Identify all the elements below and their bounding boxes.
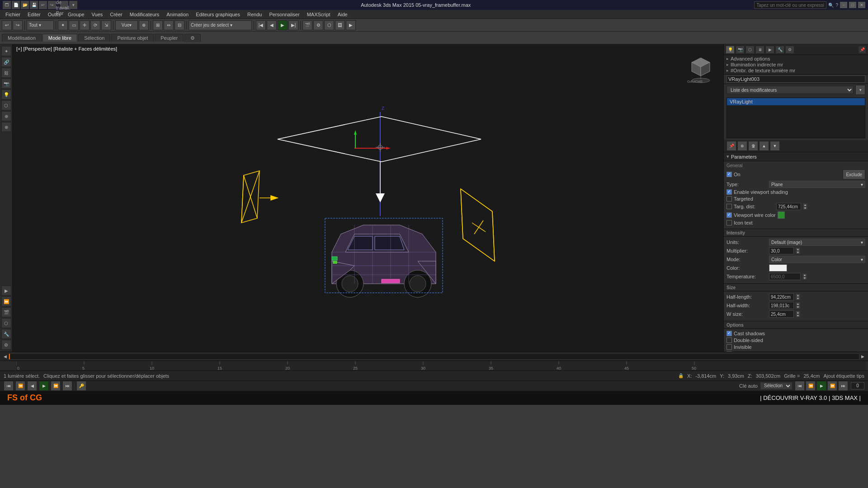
viewport-nav-cube[interactable]: GAUCHE	[683, 49, 719, 85]
help-icon[interactable]: ?	[835, 3, 838, 8]
type-dropdown[interactable]: Plane ▾	[769, 181, 865, 188]
lt-select[interactable]: ✦	[1, 46, 11, 56]
multiplier-value[interactable]: 30,0	[769, 247, 794, 254]
stack-pin-btn[interactable]: 📌	[726, 141, 736, 151]
frame-input[interactable]	[851, 382, 864, 389]
ws-up[interactable]: ▲	[796, 311, 800, 314]
lt-anim[interactable]: ▶	[1, 286, 11, 296]
lt-helpers[interactable]: ⊕	[1, 111, 11, 121]
window-controls[interactable]: − □ ✕	[840, 2, 865, 8]
stack-down-btn[interactable]: ▼	[770, 141, 780, 151]
hw-up[interactable]: ▲	[796, 302, 800, 305]
tab-selection[interactable]: Sélection	[78, 34, 110, 42]
lt-anim2[interactable]: ⏩	[1, 296, 11, 306]
timeline-right-arrow[interactable]: ▶	[861, 354, 864, 359]
double-sided-cb[interactable]	[726, 338, 732, 343]
half-length-value[interactable]: 94,226cm	[769, 293, 794, 300]
hw-down[interactable]: ▼	[796, 305, 800, 309]
pb-btn3[interactable]: ▶	[816, 381, 826, 391]
lt-camera[interactable]: 📷	[1, 79, 11, 89]
wire-color-cb[interactable]	[726, 212, 732, 218]
timeline-left-arrow[interactable]: ◀	[4, 354, 7, 359]
minimize-btn[interactable]: −	[840, 2, 847, 8]
rp-icon-extra[interactable]: ⚙	[785, 46, 794, 54]
undo-tb-icon[interactable]: ↩	[39, 1, 47, 9]
light-name-input[interactable]	[726, 75, 865, 83]
invisible-cb[interactable]	[726, 344, 732, 350]
select-region-btn[interactable]: ▭	[69, 20, 79, 30]
select-btn[interactable]: ✦	[58, 20, 68, 30]
play-prev-btn[interactable]: ◀	[27, 381, 37, 391]
key-mode-btn[interactable]: |◀	[256, 20, 266, 30]
rp-icon-light[interactable]: 💡	[726, 46, 735, 54]
targ-dist-cb[interactable]	[726, 204, 732, 209]
targ-dist-up[interactable]: ▲	[803, 203, 807, 206]
menu-modificateurs[interactable]: Modificateurs	[126, 11, 163, 18]
ws-down[interactable]: ▼	[796, 314, 800, 317]
render-frame-btn[interactable]: 🖼	[335, 20, 345, 30]
on-checkbox[interactable]	[726, 172, 732, 177]
pivot-btn[interactable]: ⊕	[139, 20, 149, 30]
lt-material[interactable]: ⬡	[1, 318, 11, 328]
toolbar-undo[interactable]: ↩	[2, 20, 12, 30]
temp-up[interactable]: ▲	[802, 273, 807, 277]
play-prev-key-btn[interactable]: ⏪	[15, 381, 25, 391]
temp-down[interactable]: ▼	[802, 277, 807, 280]
menu-outils[interactable]: Outils	[44, 11, 64, 18]
modifier-item-vraylight[interactable]: VRayLight	[727, 98, 865, 105]
stack-unique-btn[interactable]: ⊕	[737, 141, 747, 151]
mode-dropdown[interactable]: Color ▾	[769, 256, 865, 263]
search-input[interactable]	[754, 1, 826, 9]
targ-dist-down[interactable]: ▼	[803, 206, 807, 210]
tab-settings[interactable]: ⚙	[184, 34, 201, 42]
lt-light[interactable]: 💡	[1, 89, 11, 99]
next-frame-btn[interactable]: ▶|	[288, 20, 298, 30]
pb-btn4[interactable]: ⏩	[827, 381, 837, 391]
menu-aide[interactable]: Aide	[334, 11, 351, 18]
reference-coord[interactable]: Vue▾	[115, 20, 138, 30]
workspace-dropdown[interactable]: ▾	[69, 1, 77, 9]
icon-text-cb[interactable]	[726, 220, 732, 225]
lt-settings[interactable]: ⚙	[1, 340, 11, 350]
lt-render[interactable]: 🎬	[1, 307, 11, 317]
rp-icon-motion[interactable]: ▶	[765, 46, 774, 54]
pb-btn1[interactable]: ⏮	[795, 381, 805, 391]
menu-editer[interactable]: Editer	[24, 11, 44, 18]
align-btn[interactable]: ⊟	[175, 20, 184, 30]
wire-color-swatch[interactable]	[778, 211, 785, 219]
tab-modelisation[interactable]: Modélisation	[2, 34, 42, 42]
open-icon[interactable]: 📂	[21, 1, 29, 9]
hl-down[interactable]: ▼	[796, 297, 800, 300]
select-layer-btn[interactable]: ⊞	[153, 20, 163, 30]
search-icon[interactable]: 🔍	[828, 3, 834, 8]
tab-peinture[interactable]: Peinture objet	[111, 34, 154, 42]
toolbar-redo[interactable]: ↪	[13, 20, 23, 30]
rp-pin-btn[interactable]: 📌	[858, 46, 866, 54]
menu-animation[interactable]: Animation	[163, 11, 192, 18]
rp-icon-camera[interactable]: 📷	[736, 46, 745, 54]
move-btn[interactable]: ✛	[80, 20, 90, 30]
material-editor-btn[interactable]: ⬡	[324, 20, 334, 30]
menu-editeurs[interactable]: Editeurs graphiques	[192, 11, 244, 18]
mult-down[interactable]: ▼	[796, 251, 800, 254]
temperature-value[interactable]: 6500,0	[769, 273, 801, 280]
lt-link[interactable]: 🔗	[1, 57, 11, 67]
play-first-btn[interactable]: ⏮	[4, 381, 14, 391]
quick-render-btn[interactable]: ▶	[346, 20, 356, 30]
exclude-btn[interactable]: Exclude	[843, 169, 865, 179]
render-setup-btn[interactable]: ⚙	[313, 20, 323, 30]
render-btn[interactable]: 🎬	[302, 20, 312, 30]
play-next-btn[interactable]: ⏩	[51, 381, 61, 391]
units-dropdown[interactable]: Default (image) ▾	[769, 239, 865, 246]
maximize-btn[interactable]: □	[849, 2, 856, 8]
mult-up[interactable]: ▲	[796, 248, 800, 251]
modifier-list-select[interactable]: Liste des modificateurs	[726, 86, 854, 94]
prev-frame-btn[interactable]: ◀	[267, 20, 277, 30]
stack-up-btn[interactable]: ▲	[759, 141, 769, 151]
menu-maxscript[interactable]: MAXScript	[303, 11, 334, 18]
tab-peupler[interactable]: Peupler	[155, 34, 184, 42]
rp-icon-util[interactable]: 🔧	[775, 46, 784, 54]
modifier-add-btn[interactable]: ▾	[855, 85, 865, 95]
lt-tools[interactable]: 🔧	[1, 329, 11, 339]
new-icon[interactable]: 📄	[12, 1, 20, 9]
